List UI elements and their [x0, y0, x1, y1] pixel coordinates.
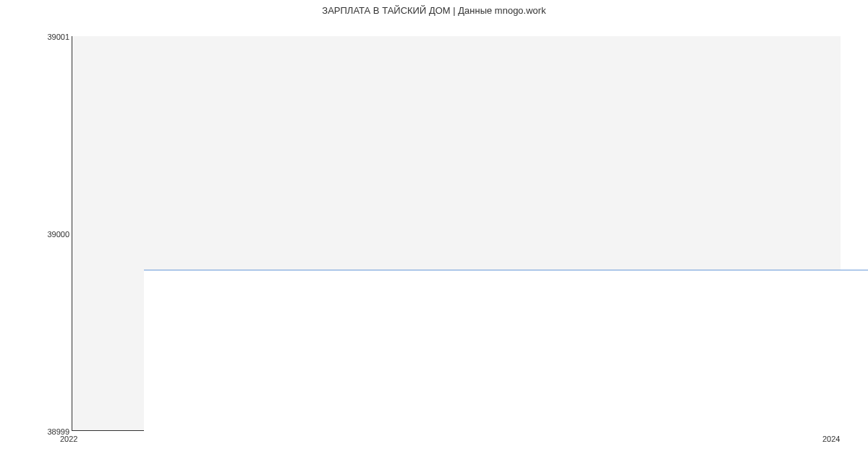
y-axis-tick-label: 39001	[26, 33, 69, 41]
plot-area	[72, 36, 841, 431]
y-axis-tick-label: 39000	[26, 231, 69, 239]
data-line	[144, 270, 868, 270]
x-axis-tick-label: 2022	[60, 435, 77, 443]
chart-fill-region	[144, 270, 868, 467]
chart-title: ЗАРПЛАТА В ТАЙСКИЙ ДОМ | Данные mnogo.wo…	[322, 5, 545, 16]
chart-container: ЗАРПЛАТА В ТАЙСКИЙ ДОМ | Данные mnogo.wo…	[0, 0, 868, 470]
x-axis-tick-label: 2024	[822, 435, 840, 443]
